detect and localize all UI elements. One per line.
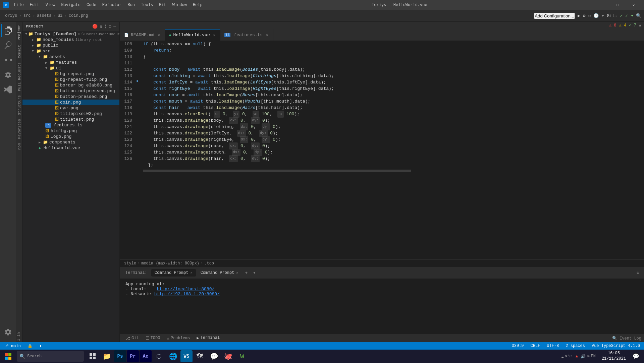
app8-taskbar[interactable]: 🗺 (193, 350, 207, 363)
task-view-icon[interactable] (86, 350, 99, 363)
git-arrow-icon[interactable]: ➔ (631, 13, 633, 18)
tree-public[interactable]: ▶ 📁 public (22, 43, 119, 48)
tab-readme[interactable]: 📄 README.md ✕ (120, 29, 165, 41)
menu-run[interactable]: Run (125, 1, 138, 9)
sync-icon[interactable]: ⇅ (100, 24, 102, 29)
npm-panel-label[interactable]: npm (16, 141, 22, 152)
tree-root[interactable]: ▼ 📁 Toriys [faceGen] C:\Users\User\Docum… (22, 31, 119, 37)
activity-explorer[interactable] (1, 24, 15, 37)
menu-refactor[interactable]: Refactor (100, 1, 124, 9)
step-over-icon[interactable]: ↺ (588, 13, 591, 18)
tree-node-modules[interactable]: ▶ 📁 node_modules library root (22, 37, 119, 43)
activity-search[interactable] (1, 39, 15, 52)
webstorm-taskbar[interactable]: WS (180, 350, 193, 362)
tree-button-notpressed[interactable]: 🖼 button-notpressed.png (22, 88, 119, 94)
tree-features-ts[interactable]: TS features.ts (22, 122, 119, 128)
activity-scm[interactable] (1, 53, 15, 67)
tree-src[interactable]: ▼ 📁 src (22, 48, 119, 54)
menu-tools[interactable]: Tools (138, 1, 156, 9)
terminal-more-button[interactable]: ▾ (251, 269, 258, 277)
todo-tab[interactable]: ☰ TODO (143, 335, 163, 342)
encoding[interactable]: UTF-8 (545, 344, 560, 348)
git-tab[interactable]: ⎇ Git (123, 335, 142, 342)
git-branch-status[interactable]: ⎇ main (3, 344, 22, 349)
tree-helloworld[interactable]: ◆ HelloWorld.vue (22, 145, 119, 151)
code-lines[interactable]: if (this.canvas == null) { return; } con… (140, 41, 644, 259)
horizontal-scrollbar[interactable] (143, 170, 411, 172)
collapse-all-icon[interactable]: 🔴 (92, 24, 98, 29)
tree-components[interactable]: ▶ 📁 components (22, 139, 119, 145)
bc-media[interactable]: media (max-width: 800px) (141, 261, 199, 266)
discord-taskbar[interactable]: 💬 (207, 350, 221, 363)
expand-icon[interactable]: ⟨ (104, 24, 107, 29)
tree-button-pressed[interactable]: 🖼 button-pressed.png (22, 94, 119, 100)
pull-requests-panel-label[interactable]: Pull Requests (16, 60, 22, 93)
menu-edit[interactable]: Edit (27, 1, 42, 9)
minimize-button[interactable]: ─ (594, 0, 609, 10)
settings-icon[interactable]: ⚙ (109, 24, 111, 29)
tray-sound-icon[interactable]: 🔊 (581, 354, 586, 359)
commit-panel-label[interactable]: Commit (16, 43, 22, 60)
maximize-button[interactable]: □ (610, 0, 625, 10)
tray-keyboard-icon[interactable]: ⌨ (587, 354, 589, 359)
search-icon[interactable]: 🔍 (636, 13, 641, 18)
menu-window[interactable]: Window (170, 1, 190, 9)
tree-titletest[interactable]: 🖼 titletest.png (22, 117, 119, 122)
tree-features[interactable]: ▶ 📁 features (22, 60, 119, 65)
menu-file[interactable]: File (11, 1, 26, 9)
menu-help[interactable]: Help (190, 1, 205, 9)
tree-assets[interactable]: ▼ 📁 assets (22, 54, 119, 60)
system-clock[interactable]: 16:05 21/11/2021 (599, 351, 629, 361)
menu-code[interactable]: Code (84, 1, 99, 9)
run-icon[interactable]: ▶ (578, 13, 580, 18)
undo-icon[interactable]: ↶ (601, 13, 604, 18)
problems-tab[interactable]: ⚠ Problems (164, 335, 193, 342)
breadcrumb-ui[interactable]: ui (58, 13, 62, 18)
activity-extensions[interactable] (1, 83, 15, 96)
breadcrumb-file[interactable]: coin.png (69, 13, 88, 18)
add-configuration-button[interactable]: Add Configuration... (534, 13, 575, 19)
file-explorer-taskbar[interactable]: 📁 (100, 350, 113, 363)
indentation[interactable]: 2 spaces (564, 344, 586, 348)
aftereffects-taskbar[interactable]: Ae (140, 350, 152, 362)
activity-settings[interactable] (1, 325, 15, 339)
tray-icon-1[interactable]: ☁ (561, 354, 564, 359)
close-button[interactable]: ✕ (626, 0, 641, 10)
features-tab-close[interactable]: ✕ (266, 33, 268, 37)
search-taskbar-icon[interactable]: 🔍 Search (17, 351, 84, 362)
structure-panel-label[interactable]: Structure (16, 93, 22, 117)
tray-lang-icon[interactable]: EN (591, 354, 596, 359)
start-button[interactable] (1, 350, 15, 363)
favorites-panel-label[interactable]: Favorites (16, 117, 22, 141)
terminal-tab-1-close[interactable]: ✕ (191, 271, 193, 275)
local-url-link[interactable]: http://localhost:8080/ (157, 287, 215, 292)
bc-top[interactable]: .top (204, 261, 214, 266)
tab-helloworld[interactable]: ◆ HelloWorld.vue ✕ (165, 29, 220, 41)
git-check2-icon[interactable]: ✓ (625, 13, 628, 18)
project-panel-label[interactable]: Project (16, 22, 22, 43)
tree-logo[interactable]: 🖼 logo.png (22, 134, 119, 139)
tree-titlepixel[interactable]: 🖼 titlepixel02.png (22, 111, 119, 117)
steam-taskbar[interactable]: ⬡ (152, 350, 166, 363)
terminal-add-button[interactable]: + (243, 269, 250, 277)
terminal-tab-2-close[interactable]: ✕ (236, 271, 238, 275)
helloworld-tab-close[interactable]: ✕ (213, 33, 216, 37)
tray-network-icon[interactable]: 🔺 (574, 354, 579, 359)
breadcrumb-src[interactable]: src (23, 13, 31, 18)
menu-view[interactable]: View (43, 1, 58, 9)
activity-debug[interactable] (1, 68, 15, 81)
upload-icon[interactable]: ⬆ (38, 344, 43, 349)
tree-coin[interactable]: 🖼 coin.png (22, 100, 119, 105)
language-mode[interactable]: Vue TypeScript 4.1.6 (590, 344, 641, 348)
terminal-tab-2[interactable]: Command Prompt ✕ (197, 269, 242, 277)
tree-ui[interactable]: ▼ 📁 ui (22, 65, 119, 71)
bc-style[interactable]: style (124, 261, 136, 266)
terminal-tab-bottom[interactable]: ▶ Terminal (194, 334, 222, 343)
network-url-link[interactable]: http://192.168.1.20:8080/ (154, 292, 220, 297)
github-taskbar[interactable]: 🐙 (221, 350, 235, 363)
tree-border-bg[interactable]: 🖼 border_bg_e3ab68.png (22, 82, 119, 88)
breadcrumb-toriys[interactable]: Toriys (3, 13, 17, 18)
photoshop-taskbar[interactable]: Ps (114, 350, 126, 362)
close-sidebar-icon[interactable]: — (113, 24, 116, 29)
terminal-settings-icon[interactable]: ⚙ (635, 269, 641, 277)
